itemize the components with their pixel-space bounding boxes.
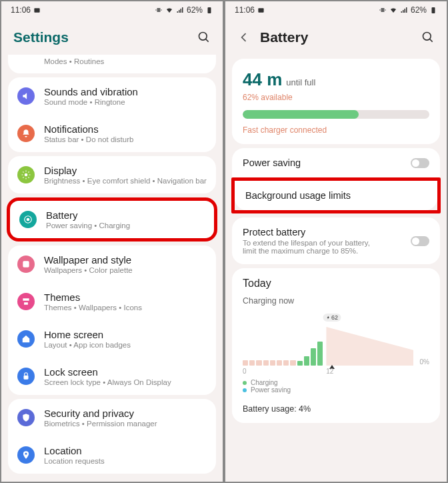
search-icon[interactable] bbox=[197, 31, 211, 44]
battery-bar bbox=[243, 110, 429, 119]
modes-subtitle: Modes • Routines bbox=[8, 55, 216, 73]
settings-item-home-screen[interactable]: Home screenLayout • App icon badges bbox=[8, 320, 216, 358]
svg-rect-1 bbox=[208, 7, 211, 13]
svg-line-3 bbox=[206, 39, 209, 42]
item-title: Wallpaper and style bbox=[44, 254, 207, 266]
status-battery-pct: 62% bbox=[187, 5, 203, 15]
svg-rect-0 bbox=[34, 8, 39, 12]
back-icon[interactable] bbox=[237, 31, 251, 44]
available-label: 62% available bbox=[243, 93, 429, 102]
chart-bar bbox=[277, 360, 282, 366]
item-title: Security and privacy bbox=[44, 408, 207, 419]
highlight-box: Background usage limits bbox=[231, 177, 441, 213]
status-bar: 11:06 62% bbox=[225, 1, 447, 17]
battery-screen: 11:06 62% Battery 44 m until full 62% av… bbox=[224, 0, 448, 483]
today-title: Today bbox=[243, 278, 429, 290]
signal-icon bbox=[176, 6, 184, 14]
bolt-icon bbox=[327, 315, 331, 320]
item-title: Home screen bbox=[44, 329, 207, 340]
svg-rect-8 bbox=[24, 376, 29, 380]
shield-icon bbox=[17, 409, 35, 426]
power-saving-toggle[interactable] bbox=[411, 158, 429, 168]
chart-bar bbox=[304, 356, 309, 366]
svg-point-9 bbox=[25, 453, 27, 455]
settings-card: BatteryPower saving • Charging bbox=[7, 197, 217, 242]
battery-summary-card[interactable]: 44 m until full 62% available Fast charg… bbox=[232, 59, 440, 144]
battery-header: Battery bbox=[225, 17, 447, 55]
settings-item-lock-screen[interactable]: Lock screenScreen lock type • Always On … bbox=[8, 358, 216, 395]
legend-dot bbox=[243, 388, 247, 392]
settings-header: Settings bbox=[1, 17, 223, 55]
legend-dot bbox=[243, 381, 247, 385]
protect-label: Protect battery bbox=[243, 227, 376, 237]
settings-item-security-and-privacy[interactable]: Security and privacyBiometrics • Permiss… bbox=[8, 399, 216, 436]
item-subtitle: Biometrics • Permission manager bbox=[44, 420, 207, 428]
chart-bar bbox=[317, 342, 323, 366]
bg-limits-label: Background usage limits bbox=[245, 190, 351, 201]
chart-bar bbox=[297, 361, 303, 366]
item-subtitle: Layout • App icon badges bbox=[44, 341, 207, 349]
today-card[interactable]: Today Charging now 62 0% 0 12 ChargingPo… bbox=[232, 268, 440, 423]
chart-bar bbox=[256, 360, 261, 366]
battery-icon bbox=[205, 6, 213, 14]
search-icon[interactable] bbox=[421, 31, 435, 44]
palette-icon bbox=[17, 256, 35, 273]
legend-label: Power saving bbox=[251, 386, 291, 394]
settings-item-wallpaper-and-style[interactable]: Wallpaper and styleWallpapers • Color pa… bbox=[8, 246, 216, 283]
image-icon bbox=[257, 7, 265, 14]
chart-bars bbox=[243, 327, 413, 366]
signal-icon bbox=[400, 6, 408, 14]
location-icon bbox=[17, 446, 35, 464]
legend-item: Power saving bbox=[243, 386, 429, 394]
item-subtitle: Screen lock type • Always On Display bbox=[44, 378, 207, 386]
chart-bar bbox=[290, 360, 295, 366]
status-time: 11:06 bbox=[11, 5, 31, 15]
settings-item-notifications[interactable]: NotificationsStatus bar • Do not disturb bbox=[8, 115, 216, 152]
brush-icon bbox=[17, 293, 35, 310]
item-title: Lock screen bbox=[44, 366, 207, 378]
chart-bar bbox=[263, 360, 269, 366]
status-battery-pct: 62% bbox=[411, 5, 427, 15]
settings-item-battery[interactable]: BatteryPower saving • Charging bbox=[10, 201, 214, 238]
svg-line-13 bbox=[430, 39, 433, 42]
wifi-icon bbox=[165, 6, 173, 14]
status-bar: 11:06 62% bbox=[1, 1, 223, 17]
legend-label: Charging bbox=[251, 379, 278, 386]
settings-item-location[interactable]: LocationLocation requests bbox=[8, 436, 216, 474]
charger-status: Fast charger connected bbox=[243, 125, 429, 135]
settings-item-themes[interactable]: ThemesThemes • Wallpapers • Icons bbox=[8, 283, 216, 320]
bell-icon bbox=[17, 125, 35, 142]
power-saving-row[interactable]: Power saving bbox=[232, 148, 440, 177]
item-subtitle: Location requests bbox=[44, 457, 207, 465]
settings-screen: 11:06 62% Settings Modes • Routines Soun… bbox=[0, 0, 224, 483]
svg-point-6 bbox=[27, 218, 30, 221]
svg-rect-10 bbox=[258, 8, 263, 12]
item-title: Display bbox=[44, 165, 207, 176]
sun-icon bbox=[17, 166, 35, 183]
chart-bar bbox=[270, 360, 275, 366]
protect-toggle[interactable] bbox=[411, 236, 429, 246]
settings-card: Wallpaper and styleWallpapers • Color pa… bbox=[8, 246, 216, 395]
protect-battery-row[interactable]: Protect battery To extend the lifespan o… bbox=[232, 217, 440, 264]
vibrate-icon bbox=[379, 6, 387, 14]
chart-legend: ChargingPower saving bbox=[243, 379, 429, 394]
background-usage-limits-row[interactable]: Background usage limits bbox=[235, 181, 437, 210]
power-saving-label: Power saving bbox=[243, 157, 301, 168]
item-subtitle: Sound mode • Ringtone bbox=[44, 98, 207, 106]
card-modes-partial: Modes • Routines bbox=[8, 55, 216, 73]
settings-item-sounds-and-vibration[interactable]: Sounds and vibrationSound mode • Rington… bbox=[8, 77, 216, 115]
item-title: Location bbox=[44, 445, 207, 456]
item-title: Themes bbox=[44, 292, 207, 303]
item-subtitle: Power saving • Charging bbox=[46, 221, 205, 229]
settings-item-display[interactable]: DisplayBrightness • Eye comfort shield •… bbox=[8, 156, 216, 193]
item-title: Notifications bbox=[44, 123, 207, 135]
svg-point-12 bbox=[423, 33, 431, 41]
wifi-icon bbox=[389, 6, 397, 14]
chart-bar bbox=[249, 360, 255, 366]
battery-icon bbox=[19, 211, 37, 228]
item-title: Sounds and vibration bbox=[44, 86, 207, 97]
chart-xaxis: 0 12 bbox=[243, 368, 413, 375]
protect-sublabel: To extend the lifespan of your battery, … bbox=[243, 239, 376, 255]
lock-icon bbox=[17, 368, 35, 385]
vibrate-icon bbox=[155, 6, 163, 14]
